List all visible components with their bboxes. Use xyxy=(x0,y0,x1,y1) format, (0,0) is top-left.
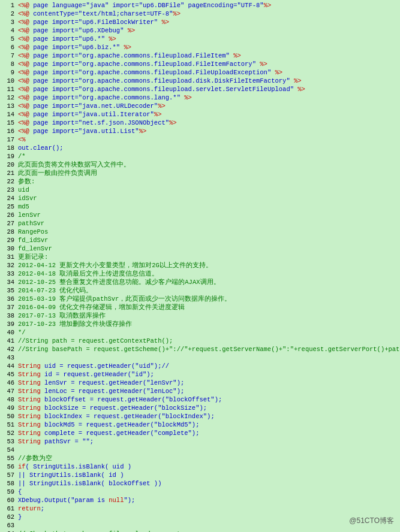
line-content: <%@ page import="org.apache.commons.file… xyxy=(18,68,282,77)
line-number: 36 xyxy=(2,295,14,303)
line-number: 48 xyxy=(2,395,14,404)
code-line: 16<%@ page import="java.util.List"%> xyxy=(2,127,398,135)
line-number: 23 xyxy=(2,186,14,194)
line-number: 55 xyxy=(2,454,14,463)
code-line: 38 2017-07-13 取消数据库操作 xyxy=(2,312,398,320)
code-line: 44String uid = request.getHeader("uid");… xyxy=(2,362,398,370)
code-line: 2<%@ contentType="text/html;charset=UTF-… xyxy=(2,10,398,18)
line-content: XDebug.Output("param is null"); xyxy=(18,496,135,504)
code-container: 1<%@ page language="java" import="up6.DB… xyxy=(0,0,400,532)
line-number: 33 xyxy=(2,270,14,278)
line-number: 35 xyxy=(2,286,14,295)
line-content: <%@ page import="up6.*" %> xyxy=(18,35,116,43)
code-line: 40*/ xyxy=(2,328,398,337)
line-number: 14 xyxy=(2,110,14,119)
line-content: 2016-04-09 优化文件存储逻辑，增加新文件关进度逻辑 xyxy=(18,303,185,312)
line-content: 2012-04-18 取消最后文件上传进度信息信道。 xyxy=(18,270,158,278)
code-line: 52String complete = request.getHeader("c… xyxy=(2,429,398,437)
code-line: 58 || StringUtils.isBlank( blockOffset )… xyxy=(2,479,398,488)
code-line: 61 return; xyxy=(2,504,398,513)
line-number: 64 xyxy=(2,530,14,532)
line-number: 7 xyxy=(2,52,14,60)
line-content: 2012-10-25 整合重复文件进度信息功能。减少客户端的AJAX调用。 xyxy=(18,278,220,286)
line-number: 32 xyxy=(2,261,14,270)
line-number: 44 xyxy=(2,362,14,370)
line-content: fd_idSvr xyxy=(18,236,48,244)
line-number: 47 xyxy=(2,387,14,395)
line-content: || StringUtils.isBlank( id ) xyxy=(18,471,124,479)
code-line: 62} xyxy=(2,513,398,521)
code-line: 18out.clear(); xyxy=(2,144,398,152)
line-number: 5 xyxy=(2,35,14,43)
code-line: 28 RangePos xyxy=(2,228,398,236)
code-line: 35 2014-07-23 优化代码。 xyxy=(2,286,398,295)
code-line: 42//String basePath = request.getScheme(… xyxy=(2,345,398,353)
line-content: String complete = request.getHeader("com… xyxy=(18,429,199,437)
code-line: 45String id = request.getHeader("id"); xyxy=(2,370,398,379)
line-content: String id = request.getHeader("id"); xyxy=(18,370,154,379)
line-number: 26 xyxy=(2,211,14,219)
line-number: 4 xyxy=(2,26,14,35)
line-content: lenSvr xyxy=(18,211,41,219)
line-number: 12 xyxy=(2,93,14,102)
line-number: 37 xyxy=(2,303,14,312)
code-line: 48String blockOffset = request.getHeader… xyxy=(2,395,398,404)
line-number: 11 xyxy=(2,85,14,93)
code-line: 26 lenSvr xyxy=(2,211,398,219)
line-content: fd_lenSvr xyxy=(18,244,52,253)
code-line: 21 此页面一般由控件负责调用 xyxy=(2,169,398,177)
line-content: 2014-07-23 优化代码。 xyxy=(18,286,92,295)
line-number: 13 xyxy=(2,102,14,110)
code-line: 34 2012-10-25 整合重复文件进度信息功能。减少客户端的AJAX调用。 xyxy=(2,278,398,286)
line-number: 58 xyxy=(2,479,14,488)
line-content: String blockSize = request.getHeader("bl… xyxy=(18,404,207,412)
code-line: 50String blockIndex = request.getHeader(… xyxy=(2,412,398,421)
code-line: 41//String path = request.getContextPath… xyxy=(2,337,398,345)
code-line: 53String pathSvr = ""; xyxy=(2,437,398,446)
line-number: 41 xyxy=(2,337,14,345)
code-line: 63 xyxy=(2,521,398,530)
line-number: 59 xyxy=(2,488,14,496)
code-line: 25 md5 xyxy=(2,202,398,211)
code-line: 31 更新记录: xyxy=(2,253,398,261)
line-number: 53 xyxy=(2,437,14,446)
line-number: 18 xyxy=(2,144,14,152)
code-line: 3<%@ page import="up6.FileBlockWriter" %… xyxy=(2,18,398,26)
line-content: //String basePath = request.getScheme()+… xyxy=(18,345,400,353)
code-line: 17<% xyxy=(2,135,398,144)
line-number: 57 xyxy=(2,471,14,479)
line-content: /* xyxy=(18,152,26,161)
line-number: 40 xyxy=(2,328,14,337)
line-number: 6 xyxy=(2,43,14,52)
line-number: 9 xyxy=(2,68,14,77)
code-line: 60 XDebug.Output("param is null"); xyxy=(2,496,398,504)
line-number: 54 xyxy=(2,446,14,454)
line-content: 参数: xyxy=(18,177,35,186)
code-line: 29 fd_idSvr xyxy=(2,236,398,244)
line-content: <%@ page language="java" import="up6.DBF… xyxy=(18,1,271,10)
line-number: 31 xyxy=(2,253,14,261)
line-number: 3 xyxy=(2,18,14,26)
code-line: 23 uid xyxy=(2,186,398,194)
line-content: 此页面负责将文件块数据写入文件中。 xyxy=(18,161,130,169)
line-number: 2 xyxy=(2,10,14,18)
line-content: <%@ page import="up6.biz.*" %> xyxy=(18,43,131,52)
line-content: <%@ page import="java.util.List"%> xyxy=(18,127,146,135)
line-content: String blockMd5 = request.getHeader("blo… xyxy=(18,421,199,429)
code-line: 64// Check that we have a file upload re… xyxy=(2,530,398,532)
code-line: 8<%@ page import="org.apache.commons.fil… xyxy=(2,60,398,68)
line-content: 2017-07-13 取消数据库操作 xyxy=(18,312,106,320)
line-content: idSvr xyxy=(18,194,37,202)
line-content: <%@ page import="org.apache.commons.file… xyxy=(18,77,302,85)
line-content: //String path = request.getContextPath()… xyxy=(18,337,173,345)
line-number: 21 xyxy=(2,169,14,177)
code-line: 43 xyxy=(2,353,398,362)
line-number: 34 xyxy=(2,278,14,286)
code-line: 22 参数: xyxy=(2,177,398,186)
code-line: 33 2012-04-18 取消最后文件上传进度信息信道。 xyxy=(2,270,398,278)
line-number: 56 xyxy=(2,463,14,471)
line-content: <%@ page import="net.sf.json.JSONObject"… xyxy=(18,119,177,127)
code-line: 20 此页面负责将文件块数据写入文件中。 xyxy=(2,161,398,169)
code-line: 11<%@ page import="org.apache.commons.fi… xyxy=(2,85,398,93)
line-content: 2015-03-19 客户端提供pathSvr，此页面或少一次访问数据库的操作。 xyxy=(18,295,231,303)
